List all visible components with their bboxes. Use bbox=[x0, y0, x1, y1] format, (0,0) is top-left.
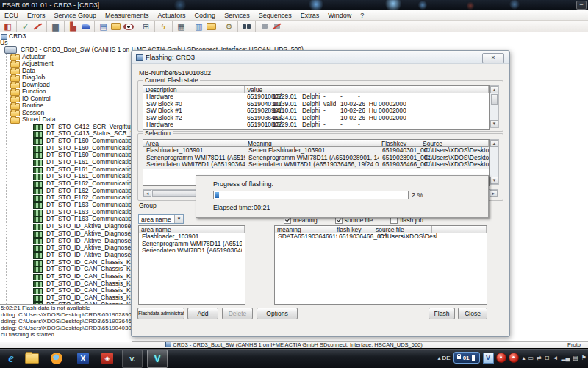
column-header-source[interactable]: Source bbox=[420, 140, 489, 147]
taskbar-button-xentry[interactable]: X bbox=[74, 350, 93, 367]
selection-row[interactable]: Flashloader_103901 Serien Flashloader_10… bbox=[143, 147, 489, 155]
flash-state-row[interactable]: SW Block #2 6519036466 19/24.01 Delphi -… bbox=[143, 115, 489, 122]
minimize-button[interactable]: – bbox=[576, 1, 587, 10]
selection-row[interactable]: Seriendaten WMI78D1 (A6519036466, 19/24.… bbox=[143, 161, 489, 169]
scroll-up-icon[interactable]: ▲ bbox=[490, 140, 498, 147]
display-icon[interactable]: ▭ bbox=[528, 355, 534, 361]
area-name-row[interactable]: Seriendaten WMI78D1 (A6519036466, 19/24.… bbox=[139, 247, 245, 255]
network-icon[interactable]: ⊟ bbox=[545, 355, 550, 361]
hidden-icons-chevron[interactable]: ▴ bbox=[437, 355, 440, 361]
menu-item[interactable]: Extras bbox=[296, 12, 324, 19]
dialog-titlebar[interactable]: Flashing: CRD3 × bbox=[132, 52, 509, 64]
close-icon[interactable]: × bbox=[482, 53, 504, 63]
grid-icon[interactable]: ▦ bbox=[172, 21, 187, 32]
flash-state-row[interactable]: Hardware 6519010802 13/29.01 Delphi - - … bbox=[143, 93, 489, 101]
flash-state-row[interactable]: SW Block #0 6519040301 10/39.01 Delphi v… bbox=[143, 101, 489, 108]
group-by-dropdown[interactable]: area name ▼ bbox=[138, 214, 184, 224]
hidden-icons-chevron[interactable]: ▴ bbox=[523, 355, 526, 361]
car-icon[interactable] bbox=[79, 21, 92, 32]
menu-item[interactable]: Coding bbox=[190, 12, 220, 19]
flash-state-row[interactable]: SW Block #1 6519028901 14/10.01 Delphi -… bbox=[143, 107, 489, 115]
tools-icon[interactable]: ⚙ bbox=[220, 21, 235, 32]
column-header-area[interactable]: Area bbox=[143, 140, 245, 147]
column-header-blank[interactable] bbox=[432, 226, 487, 233]
chart-window-icon[interactable]: ▤ bbox=[94, 21, 110, 32]
eye-icon[interactable] bbox=[122, 21, 135, 32]
check-icon[interactable]: ✓ bbox=[16, 21, 32, 32]
scroll-down-icon[interactable]: ▼ bbox=[490, 120, 498, 127]
selection-row[interactable]: Serienprogramm WMI78D11 (A6519028901, 14… bbox=[143, 155, 489, 162]
values-table-icon[interactable]: ▥ bbox=[190, 21, 205, 32]
reset-z-icon: Z bbox=[35, 21, 40, 32]
taskbar-button-vediamo[interactable]: V bbox=[147, 350, 168, 368]
taskbar-button-windows-explorer[interactable] bbox=[22, 350, 41, 367]
dialog-title: Flashing: CRD3 bbox=[146, 53, 195, 61]
add-button[interactable]: Add bbox=[187, 308, 218, 319]
xentry-icon: X bbox=[77, 353, 89, 364]
disconnect-icon[interactable] bbox=[270, 21, 283, 32]
flashdata-administration-button[interactable]: Flashdata administration bbox=[137, 308, 184, 319]
volume-icon[interactable]: ◄ bbox=[553, 355, 559, 361]
stored-data-icon bbox=[33, 202, 43, 209]
vediamo-tray-icon[interactable]: V bbox=[483, 353, 494, 364]
delete-button[interactable]: Delete bbox=[222, 308, 253, 319]
reset-z-icon[interactable]: Z bbox=[32, 21, 44, 32]
scrollbar-thumb[interactable] bbox=[491, 94, 498, 105]
menu-item[interactable]: Window bbox=[323, 12, 356, 19]
column-header-value[interactable]: Value bbox=[245, 86, 459, 93]
signal-icon[interactable]: ▂▄ bbox=[561, 355, 570, 361]
hierarchy-icon[interactable]: ⊞ bbox=[137, 21, 152, 32]
selection-rows: Flashloader_103901 Serien Flashloader_10… bbox=[143, 147, 489, 169]
folder-open-icon[interactable] bbox=[110, 21, 122, 32]
area-name-row[interactable]: Flashloader_103901 bbox=[139, 233, 245, 241]
flash-state-row[interactable]: Hardware 6519010802 13/29.01 Delphi - - … bbox=[143, 121, 489, 129]
menu-item[interactable]: Service Group bbox=[50, 12, 101, 19]
chevron-down-icon[interactable]: ▼ bbox=[174, 215, 183, 223]
column-header-flashkey[interactable]: Flashkey bbox=[379, 140, 420, 147]
scroll-right-icon[interactable]: ► bbox=[490, 190, 498, 197]
menu-item[interactable]: ECU bbox=[0, 12, 23, 19]
device-info-icon[interactable]: ▆ bbox=[46, 21, 62, 32]
stored-data-icon bbox=[33, 124, 43, 131]
menu-item[interactable]: Errors bbox=[23, 12, 50, 19]
column-header-blank[interactable] bbox=[459, 86, 489, 93]
ecu-variant-icon[interactable]: ◧ bbox=[1, 21, 14, 32]
taskbar-button-vediamo-small[interactable]: V. bbox=[122, 350, 143, 368]
menu-item[interactable]: Services bbox=[220, 12, 254, 19]
column-header-flash-key[interactable]: flash key bbox=[334, 226, 373, 233]
flag-icon[interactable]: ⚑ bbox=[581, 355, 587, 361]
column-header-source-file[interactable]: source file bbox=[373, 226, 432, 233]
selection-scrollbar[interactable]: ▲ ▼ bbox=[490, 139, 499, 185]
menu-item[interactable]: Sequences bbox=[254, 12, 296, 19]
taskbar-button-internet-explorer[interactable]: e bbox=[1, 350, 21, 367]
connect-icon[interactable] bbox=[255, 21, 270, 32]
flash-icon[interactable]: ϟ bbox=[154, 21, 170, 32]
column-header-area-name[interactable]: area name bbox=[139, 226, 245, 233]
flash-state-scrollbar[interactable]: ▲ ▼ bbox=[490, 85, 499, 128]
column-header-meaning[interactable]: meaning bbox=[275, 226, 334, 233]
red-status-icon[interactable] bbox=[509, 353, 519, 363]
language-indicator[interactable]: DE bbox=[442, 355, 451, 361]
folder-import-icon[interactable] bbox=[205, 21, 218, 32]
menu-item[interactable]: Measurements bbox=[101, 12, 154, 19]
scroll-left-icon[interactable]: ◄ bbox=[143, 190, 151, 197]
taskbar-button-firefox[interactable] bbox=[47, 350, 66, 367]
menu-item[interactable]: Actuators bbox=[154, 12, 190, 19]
scroll-up-icon[interactable]: ▲ bbox=[490, 86, 498, 93]
column-header-meaning[interactable]: Meaning bbox=[245, 140, 379, 147]
scroll-down-icon[interactable]: ▼ bbox=[490, 177, 498, 184]
flash-button[interactable]: Flash bbox=[429, 308, 455, 319]
printer-icon[interactable]: ▤ bbox=[573, 355, 578, 361]
area-name-row[interactable]: Serienprogramm WMI78D11 (A6519028901, 14… bbox=[139, 241, 245, 248]
sdconnect-indicator[interactable]: 01 bbox=[453, 352, 480, 364]
red-status-icon[interactable] bbox=[496, 353, 506, 363]
close-button[interactable]: Close bbox=[458, 308, 487, 319]
binoculars-icon[interactable] bbox=[237, 21, 253, 32]
diagram-icon[interactable]: ▙ bbox=[64, 21, 79, 32]
menu-item[interactable]: ? bbox=[356, 12, 368, 19]
usb-icon[interactable]: ⇄ bbox=[537, 355, 542, 361]
column-header-description[interactable]: Description bbox=[143, 86, 245, 93]
taskbar-button-red-app[interactable]: ◈ bbox=[98, 350, 117, 367]
flash-file-row[interactable]: SDATA6519036466192401 6519036466_001 C:\… bbox=[275, 233, 487, 241]
options-button[interactable]: Options bbox=[257, 308, 298, 319]
